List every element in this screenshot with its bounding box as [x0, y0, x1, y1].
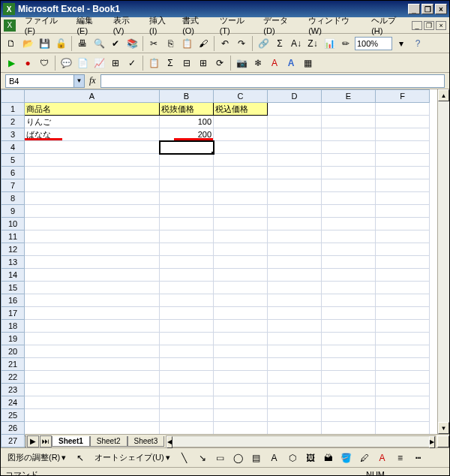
cell-B12[interactable] — [160, 243, 214, 256]
drawing-menu[interactable]: 図形の調整(R)▾ — [4, 450, 70, 465]
cell-F15[interactable] — [376, 282, 430, 294]
row-header-20[interactable]: 20 — [1, 345, 25, 358]
cell-C22[interactable] — [214, 371, 268, 384]
cell-A2[interactable]: りんご — [25, 116, 160, 128]
cell-C23[interactable] — [214, 384, 268, 396]
cell-F13[interactable] — [376, 256, 430, 269]
cell-D7[interactable] — [268, 179, 322, 192]
cell-E3[interactable] — [322, 128, 376, 141]
cell-D26[interactable] — [268, 422, 322, 434]
zoom-combo[interactable]: 100% — [355, 37, 392, 50]
cell-F6[interactable] — [376, 167, 430, 179]
cell-B2[interactable]: 100 — [160, 116, 214, 128]
cell-A18[interactable] — [25, 320, 160, 333]
permissions-icon[interactable]: 🔓 — [53, 36, 68, 51]
cell-F10[interactable] — [376, 218, 430, 230]
cell-C13[interactable] — [214, 256, 268, 269]
cell-B14[interactable] — [160, 269, 214, 282]
cell-D21[interactable] — [268, 358, 322, 371]
cell-A9[interactable] — [25, 205, 160, 218]
play-icon[interactable]: ▶ — [4, 56, 19, 71]
form-icon[interactable]: 📋 — [146, 56, 161, 71]
cell-A5[interactable] — [25, 154, 160, 167]
cell-A26[interactable] — [25, 422, 160, 434]
cell-D5[interactable] — [268, 154, 322, 167]
ungroup-icon[interactable]: ⊞ — [196, 56, 211, 71]
row-header-21[interactable]: 21 — [1, 358, 25, 371]
cell-E11[interactable] — [322, 230, 376, 243]
cell-B16[interactable] — [160, 294, 214, 307]
restore-button[interactable]: ❐ — [422, 4, 434, 14]
cell-A24[interactable] — [25, 396, 160, 409]
cell-F9[interactable] — [376, 205, 430, 218]
cell-B25[interactable] — [160, 409, 214, 422]
cell-F5[interactable] — [376, 154, 430, 167]
cell-B18[interactable] — [160, 320, 214, 333]
autoshapes-menu[interactable]: オートシェイプ(U)▾ — [91, 450, 173, 465]
cell-E12[interactable] — [322, 243, 376, 256]
menu-insert[interactable]: 挿入(I) — [145, 14, 178, 37]
cell-B9[interactable] — [160, 205, 214, 218]
cell-C21[interactable] — [214, 358, 268, 371]
sheet-tab-2[interactable]: Sheet2 — [90, 436, 128, 447]
row-header-19[interactable]: 19 — [1, 333, 25, 345]
cell-A17[interactable] — [25, 307, 160, 320]
spellcheck-icon[interactable]: ✔ — [108, 36, 123, 51]
cell-B22[interactable] — [160, 371, 214, 384]
name-box[interactable]: B4 — [5, 74, 74, 88]
row-header-22[interactable]: 22 — [1, 371, 25, 384]
row-header-26[interactable]: 26 — [1, 422, 25, 435]
row-header-23[interactable]: 23 — [1, 384, 25, 396]
row-header-6[interactable]: 6 — [1, 167, 25, 179]
col-header-F[interactable]: F — [376, 89, 430, 103]
cell-D14[interactable] — [268, 269, 322, 282]
row-header-16[interactable]: 16 — [1, 294, 25, 307]
formula-bar[interactable] — [100, 74, 445, 88]
cell-A8[interactable] — [25, 192, 160, 205]
cell-A3[interactable]: ばなな — [25, 128, 160, 141]
horizontal-scrollbar[interactable]: ◀ ▶ — [166, 435, 436, 447]
cell-C16[interactable] — [214, 294, 268, 307]
row-header-27[interactable]: 27 — [1, 435, 25, 447]
col-header-C[interactable]: C — [214, 89, 268, 103]
cell-B6[interactable] — [160, 167, 214, 179]
cell-A19[interactable] — [25, 333, 160, 345]
cell-C8[interactable] — [214, 192, 268, 205]
dash-style-icon[interactable]: ┅ — [411, 450, 426, 465]
cell-A16[interactable] — [25, 294, 160, 307]
menu-tools[interactable]: ツール(T) — [215, 14, 260, 37]
menu-format[interactable]: 書式(O) — [178, 14, 215, 37]
cell-F7[interactable] — [376, 179, 430, 192]
print-icon[interactable]: 🖶 — [75, 36, 90, 51]
cell-D10[interactable] — [268, 218, 322, 230]
cell-D8[interactable] — [268, 192, 322, 205]
row-header-3[interactable]: 3 — [1, 128, 25, 141]
cell-B3[interactable]: 200 — [160, 128, 214, 141]
diagram-icon[interactable]: ⬡ — [285, 450, 300, 465]
cell-E21[interactable] — [322, 358, 376, 371]
camera-icon[interactable]: 📷 — [234, 56, 249, 71]
row-header-12[interactable]: 12 — [1, 243, 25, 256]
cell-A14[interactable] — [25, 269, 160, 282]
cell-B8[interactable] — [160, 192, 214, 205]
cell-D4[interactable] — [268, 141, 322, 154]
zoom-dropdown-icon[interactable]: ▾ — [394, 36, 409, 51]
security-icon[interactable]: 🛡 — [37, 56, 52, 71]
refresh-icon[interactable]: ⟳ — [212, 56, 227, 71]
format-painter-icon[interactable]: 🖌 — [196, 36, 211, 51]
group-icon[interactable]: ⊟ — [179, 56, 194, 71]
cell-C10[interactable] — [214, 218, 268, 230]
cell-B15[interactable] — [160, 282, 214, 294]
cell-C17[interactable] — [214, 307, 268, 320]
picture-icon[interactable]: 🏔 — [321, 450, 336, 465]
cell-A15[interactable] — [25, 282, 160, 294]
cell-E25[interactable] — [322, 409, 376, 422]
cell-C19[interactable] — [214, 333, 268, 345]
oval-icon[interactable]: ◯ — [231, 450, 246, 465]
wordart-insert-icon[interactable]: A — [267, 450, 282, 465]
menu-data[interactable]: データ(D) — [259, 14, 304, 37]
cell-C20[interactable] — [214, 345, 268, 358]
wordart-icon[interactable]: A — [284, 56, 298, 71]
row-header-7[interactable]: 7 — [1, 179, 25, 192]
row-header-1[interactable]: 1 — [1, 103, 25, 116]
